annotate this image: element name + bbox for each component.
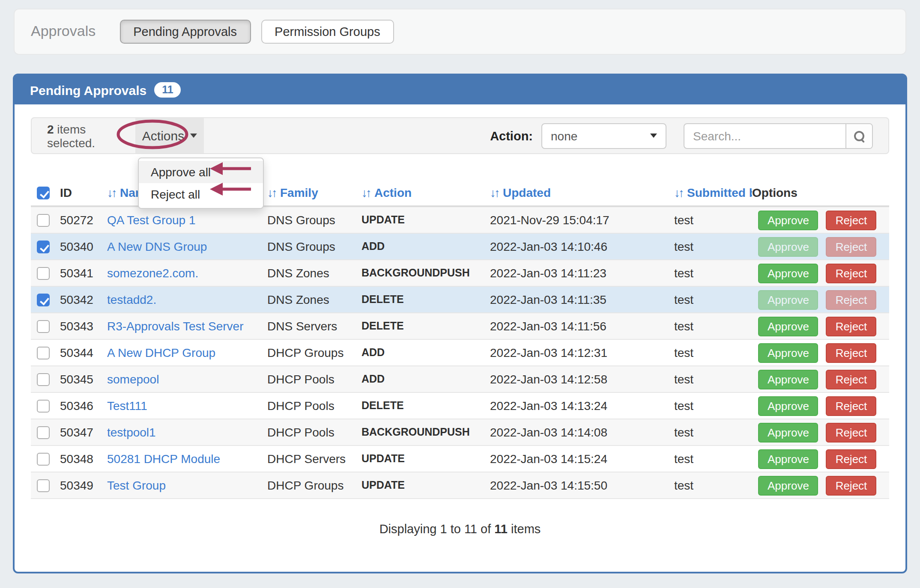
row-updated: 2022-Jan-03 14:14:08: [490, 425, 674, 439]
row-updated: 2022-Jan-03 14:10:46: [490, 240, 674, 253]
reject-button[interactable]: Reject: [826, 263, 877, 283]
row-select-cell: [31, 345, 60, 360]
pending-approvals-panel: Pending Approvals 11 2 items selected. A…: [13, 74, 907, 573]
approve-button[interactable]: Approve: [758, 290, 818, 309]
row-name-link[interactable]: Test111: [107, 399, 147, 413]
column-header-family[interactable]: ↓↑Family: [267, 186, 361, 199]
reject-button[interactable]: Reject: [826, 290, 877, 309]
row-select-cell: [31, 239, 60, 254]
row-name-link[interactable]: testadd2.: [107, 293, 156, 306]
row-name-link[interactable]: A New DNS Group: [107, 240, 207, 253]
reject-button[interactable]: Reject: [826, 237, 877, 256]
action-select[interactable]: none: [541, 123, 666, 148]
row-action: ADD: [361, 347, 490, 359]
row-checkbox[interactable]: [37, 480, 50, 493]
count-badge: 11: [154, 82, 181, 98]
row-name-link[interactable]: somepool: [107, 372, 159, 386]
row-name-link[interactable]: A New DHCP Group: [107, 346, 215, 359]
row-name-link[interactable]: 50281 DHCP Module: [107, 452, 220, 466]
reject-button[interactable]: Reject: [826, 369, 877, 389]
search-input[interactable]: [684, 124, 845, 148]
row-action: UPDATE: [361, 479, 490, 491]
reject-button[interactable]: Reject: [826, 475, 877, 495]
approve-button[interactable]: Approve: [758, 449, 818, 469]
row-action: BACKGROUNDPUSH: [361, 426, 490, 438]
row-checkbox[interactable]: [37, 241, 50, 254]
action-select-value: none: [551, 129, 577, 143]
row-checkbox[interactable]: [37, 321, 50, 333]
column-header-updated-label: Updated: [503, 186, 551, 199]
row-checkbox[interactable]: [37, 347, 50, 360]
approve-button[interactable]: Approve: [758, 475, 818, 495]
reject-button[interactable]: Reject: [826, 316, 877, 336]
page-title: Approvals: [31, 23, 96, 40]
column-header-updated[interactable]: ↓↑Updated: [490, 186, 674, 199]
approve-button[interactable]: Approve: [758, 422, 818, 442]
table-body: 50272 QA Test Group 1 DNS Groups UPDATE …: [31, 207, 889, 499]
table-row: 50349 Test Group DHCP Groups UPDATE 2022…: [31, 472, 889, 499]
approve-button[interactable]: Approve: [758, 396, 818, 416]
action-select-label: Action:: [490, 129, 533, 143]
reject-button[interactable]: Reject: [826, 396, 877, 416]
row-name-link[interactable]: QA Test Group 1: [107, 213, 196, 227]
row-checkbox[interactable]: [37, 267, 50, 280]
row-family: DNS Servers: [267, 319, 361, 333]
row-select-cell: [31, 451, 60, 466]
row-select-cell: [31, 398, 60, 413]
row-name-link[interactable]: testpool1: [107, 425, 156, 439]
column-header-options: Options: [752, 186, 889, 199]
row-checkbox[interactable]: [37, 400, 50, 413]
menu-item-reject-all[interactable]: Reject all: [139, 183, 263, 205]
approve-button[interactable]: Approve: [758, 369, 818, 389]
row-family: DHCP Groups: [267, 478, 361, 492]
column-header-submitted-by[interactable]: ↓↑Submitted by: [674, 186, 752, 199]
page-header: Approvals Pending Approvals Permission G…: [14, 9, 906, 55]
approve-button[interactable]: Approve: [758, 316, 818, 336]
row-select-cell: [31, 266, 60, 280]
row-select-cell: [31, 425, 60, 440]
row-submitted-by: test: [674, 372, 752, 386]
row-id: 50346: [60, 399, 107, 413]
actions-dropdown-button[interactable]: Actions: [135, 118, 204, 153]
row-checkbox[interactable]: [37, 453, 50, 466]
reject-button[interactable]: Reject: [826, 343, 877, 362]
row-action: ADD: [361, 241, 490, 252]
row-checkbox[interactable]: [37, 374, 50, 386]
row-action: ADD: [361, 373, 490, 385]
table-row: 50341 somezone2.com. DNS Zones BACKGROUN…: [31, 260, 889, 287]
row-action: BACKGROUNDPUSH: [361, 267, 490, 279]
reject-button[interactable]: Reject: [826, 422, 877, 442]
row-name-link[interactable]: Test Group: [107, 478, 166, 492]
footer-prefix: Displaying 1 to 11 of: [379, 522, 495, 536]
row-id: 50343: [60, 319, 107, 333]
approve-button[interactable]: Approve: [758, 237, 818, 256]
pending-approvals-table: ID ↓↑Name ↓↑Family ↓↑Action ↓↑Updated ↓↑…: [31, 180, 889, 499]
tab-permission-groups[interactable]: Permission Groups: [261, 20, 394, 44]
reject-button[interactable]: Reject: [826, 210, 877, 230]
reject-button[interactable]: Reject: [826, 449, 877, 469]
sort-icon: ↓↑: [490, 186, 499, 199]
column-header-action[interactable]: ↓↑Action: [361, 186, 490, 199]
row-checkbox[interactable]: [37, 294, 50, 307]
row-submitted-by: test: [674, 425, 752, 439]
select-all-checkbox[interactable]: [37, 187, 50, 200]
toolbar-right: Action: none: [490, 123, 888, 148]
row-submitted-by: test: [674, 240, 752, 253]
row-name-link[interactable]: somezone2.com.: [107, 266, 198, 280]
row-name-link[interactable]: R3-Approvals Test Server: [107, 319, 244, 333]
row-action: DELETE: [361, 400, 490, 412]
table-row: 50340 A New DNS Group DNS Groups ADD 202…: [31, 234, 889, 260]
row-checkbox[interactable]: [37, 427, 50, 440]
tab-pending-approvals[interactable]: Pending Approvals: [119, 20, 251, 44]
toolbar-left: 2 items selected. Actions: [32, 118, 204, 153]
search-button[interactable]: [845, 124, 872, 148]
menu-item-approve-all[interactable]: Approve all: [139, 161, 263, 183]
table-row: 50342 testadd2. DNS Zones DELETE 2022-Ja…: [31, 287, 889, 313]
footer-suffix: items: [508, 522, 541, 536]
row-checkbox[interactable]: [37, 214, 50, 227]
sort-icon: ↓↑: [267, 186, 276, 199]
row-submitted-by: test: [674, 452, 752, 466]
approve-button[interactable]: Approve: [758, 343, 818, 362]
approve-button[interactable]: Approve: [758, 263, 818, 283]
approve-button[interactable]: Approve: [758, 210, 818, 230]
